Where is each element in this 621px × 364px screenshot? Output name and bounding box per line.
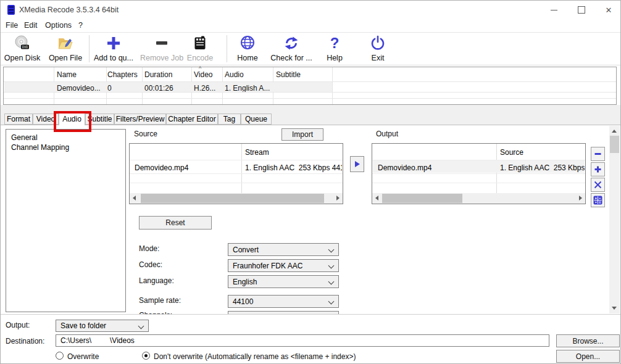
category-general[interactable]: General (11, 133, 120, 143)
divider (1, 125, 621, 125)
remove-stream-button[interactable] (591, 147, 605, 161)
add-to-queue-button[interactable]: Add to qu... (91, 34, 136, 64)
tab-video[interactable]: Video (33, 114, 59, 125)
output-section-label: Output (376, 130, 398, 138)
tab-subtitle[interactable]: Subtitle (85, 114, 114, 125)
destination-input[interactable] (56, 334, 549, 347)
check-for-updates-button[interactable]: Check for ... (267, 34, 315, 64)
divider (1, 314, 621, 315)
check-for-updates-label: Check for ... (267, 54, 315, 62)
scroll-down-icon[interactable] (612, 307, 617, 310)
open-file-button[interactable]: Open File (45, 34, 86, 64)
mode-label: Mode: (139, 244, 159, 253)
output-mode-select[interactable]: Save to folder (56, 320, 149, 332)
window-title: XMedia Recode 3.5.3.4 64bit (19, 6, 119, 14)
remove-job-button[interactable]: Remove Job (138, 34, 186, 64)
category-list[interactable]: General Channel Mapping (6, 129, 126, 312)
column-header-audio[interactable]: Audio (225, 70, 244, 79)
import-button[interactable]: Import (281, 128, 323, 141)
scroll-right-icon[interactable] (579, 196, 582, 201)
encode-button[interactable]: Encode (183, 34, 217, 64)
home-button[interactable]: Home (231, 34, 264, 64)
column-header-video[interactable]: Video (194, 70, 212, 79)
tab-format[interactable]: Format (4, 114, 33, 125)
category-channel-mapping[interactable]: Channel Mapping (11, 143, 120, 152)
row-cell-duration[interactable]: 00:01:26 (144, 84, 173, 93)
column-header-name[interactable]: Name (57, 70, 77, 79)
tab-chapter-editor[interactable]: Chapter Editor (166, 114, 218, 125)
menu-edit[interactable]: Edit (24, 21, 38, 30)
clapperboard-icon (183, 34, 217, 52)
dont-overwrite-radio[interactable] (142, 352, 150, 360)
browse-button[interactable]: Browse... (556, 334, 620, 347)
output-mode-value: Save to folder (60, 321, 106, 330)
horizontal-scrollbar[interactable] (372, 193, 585, 204)
scroll-left-icon[interactable] (133, 196, 136, 201)
menu-options[interactable]: Options (45, 21, 72, 30)
mode-select[interactable]: Convert (228, 243, 339, 256)
output-row-file[interactable]: Demovideo.mp4 (378, 163, 495, 172)
row-cell-video[interactable]: H.26... (194, 84, 215, 93)
plus-icon (91, 34, 136, 52)
overwrite-radio[interactable] (56, 352, 64, 360)
scrollbar-thumb[interactable] (382, 194, 462, 203)
reset-button[interactable]: Reset (139, 216, 212, 230)
exit-button[interactable]: Exit (362, 34, 393, 64)
open-disk-button[interactable]: DVD Open Disk (2, 34, 43, 64)
job-list[interactable]: ^ Name Chapters Duration Video Audio Sub… (3, 67, 617, 105)
help-button[interactable]: ? Help (320, 34, 349, 64)
tab-filters-preview[interactable]: Filters/Preview (114, 114, 166, 125)
horizontal-scrollbar[interactable] (130, 193, 343, 204)
exit-label: Exit (362, 54, 393, 62)
scroll-up-icon[interactable] (612, 130, 617, 133)
row-cell-name[interactable]: Demovideo... (57, 84, 101, 93)
scrollbar-thumb[interactable] (610, 136, 619, 153)
column-header-chapters[interactable]: Chapters (107, 70, 138, 79)
delete-stream-button[interactable] (591, 178, 605, 192)
output-row-stream[interactable]: 1. English AAC 253 Kbps 44100 (500, 163, 585, 172)
column-header-duration[interactable]: Duration (144, 70, 172, 79)
source-row-stream[interactable]: 1. English AAC 253 Kbps 44100 (245, 163, 342, 172)
close-button[interactable]: ✕ (596, 1, 621, 19)
minus-icon (594, 150, 602, 158)
open-button[interactable]: Open... (556, 350, 620, 363)
row-cell-audio[interactable]: 1. English A... (225, 84, 270, 93)
language-select[interactable]: English (228, 275, 339, 288)
scrollbar-thumb[interactable] (141, 194, 324, 203)
home-label: Home (231, 54, 264, 62)
source-stream-table[interactable]: Stream Demovideo.mp4 1. English AAC 253 … (129, 143, 343, 204)
add-stream-button[interactable] (591, 162, 605, 176)
app-window: XMedia Recode 3.5.3.4 64bit ✕ File Edit … (0, 0, 621, 364)
minimize-button[interactable] (541, 1, 567, 19)
minimize-icon (551, 10, 557, 10)
overwrite-radio-label[interactable]: Overwrite (67, 352, 99, 361)
source-column-header[interactable]: Source (500, 148, 523, 157)
output-stream-table[interactable]: Source Demovideo.mp4 1. English AAC 253 … (372, 143, 586, 204)
row-cell-chapters[interactable]: 0 (107, 84, 112, 93)
grid-line (241, 144, 242, 193)
column-header-subtitle[interactable]: Subtitle (276, 70, 301, 79)
transfer-stream-button[interactable] (350, 156, 364, 172)
sample-rate-value: 44100 (233, 297, 253, 306)
grid-line (130, 173, 343, 174)
grid-line (4, 81, 616, 82)
codec-select[interactable]: Fraunhofer FDK AAC (228, 259, 339, 272)
sample-rate-select[interactable]: 44100 (228, 295, 339, 308)
scroll-right-icon[interactable] (336, 196, 340, 201)
menu-file[interactable]: File (6, 21, 18, 30)
tab-tag[interactable]: Tag (218, 114, 241, 125)
destination-label: Destination: (6, 337, 44, 345)
tab-queue[interactable]: Queue (241, 114, 272, 125)
maximize-button[interactable] (569, 1, 594, 19)
grid-line (130, 183, 343, 183)
vertical-scrollbar[interactable] (609, 126, 620, 313)
output-mode-label: Output: (6, 321, 30, 329)
matrix-mixer-button[interactable] (591, 193, 605, 207)
menu-help[interactable]: ? (78, 21, 83, 30)
dont-overwrite-radio-label[interactable]: Don't overwrite (Automatically rename as… (154, 352, 356, 361)
tab-audio[interactable]: Audio (59, 112, 85, 125)
stream-column-header[interactable]: Stream (245, 148, 269, 157)
scroll-left-icon[interactable] (375, 196, 378, 201)
divider (1, 32, 621, 33)
source-row-file[interactable]: Demovideo.mp4 (135, 163, 240, 172)
